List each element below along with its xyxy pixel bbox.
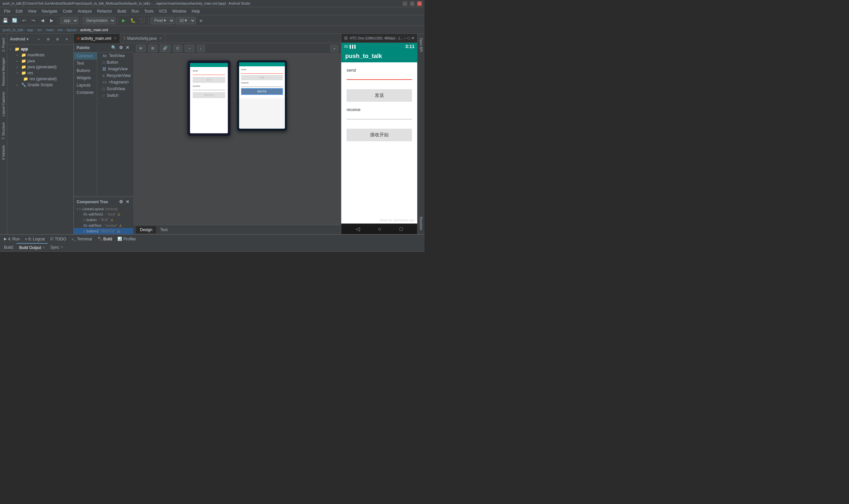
- close-button[interactable]: ✕: [417, 1, 422, 6]
- align-h-button[interactable]: ↔: [185, 45, 194, 52]
- bottom-tab-build-output[interactable]: Build Output ✕: [17, 243, 48, 252]
- minimize-button[interactable]: –: [403, 1, 407, 6]
- sync-close[interactable]: ✕: [61, 245, 64, 249]
- comp-item-linearlayout[interactable]: ▾ □ LinearLayout (vertical): [74, 206, 133, 212]
- design-tab-text[interactable]: Text: [156, 226, 171, 233]
- tree-item-app[interactable]: ▾ 📁 app: [7, 46, 73, 52]
- back-button[interactable]: ◀: [38, 17, 47, 24]
- palette-item-scrollview[interactable]: □ ScrollView: [97, 86, 133, 92]
- device-minimize-button[interactable]: –: [404, 36, 406, 40]
- palette-gear-icon[interactable]: ⚙: [118, 44, 124, 51]
- tool-tab-todo[interactable]: ☑ TODO: [48, 235, 69, 244]
- run-button[interactable]: ▶: [120, 17, 128, 24]
- palette-search-icon[interactable]: 🔍: [110, 44, 118, 51]
- snap-button[interactable]: 🔗: [160, 45, 170, 52]
- sidebar-tab-variants[interactable]: d Variants: [0, 143, 7, 162]
- palette-item-button[interactable]: □ Button: [97, 59, 133, 66]
- menu-item-view[interactable]: View: [25, 8, 39, 14]
- more-design-button[interactable]: »: [330, 45, 338, 52]
- palette-cat-common[interactable]: Common: [74, 52, 97, 60]
- maximize-button[interactable]: □: [410, 1, 415, 6]
- breadcrumb-item-res[interactable]: res: [58, 28, 63, 32]
- breadcrumb-item-src[interactable]: src: [37, 28, 42, 32]
- breadcrumb-item-file[interactable]: activity_main.xml: [80, 28, 108, 32]
- device-send-button[interactable]: 发送: [347, 89, 412, 102]
- sync-button[interactable]: 🔄: [11, 17, 19, 24]
- comp-item-edittext2[interactable]: Ab editText - "receive" ⚠: [74, 223, 133, 228]
- tree-item-java-gen[interactable]: ▸ 📁 java (generated): [7, 64, 73, 70]
- breadcrumb-item-app[interactable]: app: [27, 28, 33, 32]
- menu-item-refactor[interactable]: Refactor: [94, 8, 115, 14]
- palette-item-textview[interactable]: Ab TextView: [97, 52, 133, 59]
- api-select[interactable]: 32▼: [176, 17, 196, 24]
- redo-button[interactable]: ↪: [29, 17, 37, 24]
- comp-tree-close-icon[interactable]: ✕: [124, 199, 131, 205]
- menu-item-run[interactable]: Run: [129, 8, 142, 14]
- palette-item-fragment[interactable]: <> <fragment>: [97, 79, 133, 86]
- menu-item-analyze[interactable]: Analyze: [75, 8, 94, 14]
- device-select[interactable]: Genymotion: [83, 17, 115, 24]
- sync-tree-button[interactable]: ⚙: [44, 35, 52, 43]
- preview-button[interactable]: 👁: [136, 45, 146, 52]
- sidebar-tab-resource[interactable]: Resource Manager: [0, 55, 7, 89]
- breadcrumb-item-project[interactable]: push_to_talk: [3, 28, 23, 32]
- palette-cat-container[interactable]: Container: [74, 89, 97, 96]
- tool-tab-run[interactable]: ▶ 4: Run: [1, 235, 22, 244]
- tool-tab-build[interactable]: 🔨 Build: [95, 235, 115, 244]
- menu-item-edit[interactable]: Edit: [13, 8, 25, 14]
- menu-item-code[interactable]: Code: [60, 8, 75, 14]
- app-config-select[interactable]: app: [60, 17, 78, 24]
- palette-cat-layouts[interactable]: Layouts: [74, 82, 97, 89]
- comp-item-edittext1[interactable]: Ab editText1 - "send" ⚠: [74, 212, 133, 217]
- tab-activity-main-xml[interactable]: ⊕ activity_main.xml ✕: [74, 34, 120, 43]
- menu-item-tools[interactable]: Tools: [142, 8, 156, 14]
- tool-tab-profiler[interactable]: 📊 Profiler: [115, 235, 139, 244]
- palette-cat-widgets[interactable]: Widgets: [74, 74, 97, 82]
- menu-item-navigate[interactable]: Navigate: [39, 8, 60, 14]
- build-output-close[interactable]: ✕: [42, 246, 45, 249]
- design-tab-design[interactable]: Design: [136, 226, 156, 233]
- align-v-button[interactable]: ↕: [197, 45, 205, 52]
- forward-button[interactable]: ▶: [48, 17, 56, 24]
- palette-cat-text[interactable]: Text: [74, 60, 97, 67]
- device-recents-nav[interactable]: □: [400, 226, 403, 232]
- tree-item-res-gen[interactable]: 📁 res (generated): [7, 76, 73, 82]
- design-canvas[interactable]: send 发送 receive 接收开始: [133, 54, 341, 225]
- stop-button[interactable]: ⬛: [138, 17, 146, 24]
- device-back-nav[interactable]: ◁: [356, 226, 360, 232]
- palette-close-icon[interactable]: ✕: [124, 44, 131, 51]
- device-receive-input[interactable]: [347, 113, 412, 119]
- gear-button[interactable]: ⚙: [53, 35, 61, 43]
- tool-tab-terminal[interactable]: >_ Terminal: [69, 235, 95, 244]
- device-home-nav[interactable]: ○: [378, 226, 381, 232]
- tree-item-java[interactable]: ▸ 📁 java: [7, 58, 73, 64]
- tree-item-gradle[interactable]: ▸ 🔧 Gradle Scripts: [7, 82, 73, 88]
- tab-java-close[interactable]: ✕: [159, 36, 162, 40]
- margin-button[interactable]: ⊡: [173, 45, 182, 52]
- comp-item-button2[interactable]: □ button2 "接收开始" ⚠: [74, 228, 133, 234]
- breadcrumb-item-layout[interactable]: layout: [67, 28, 76, 32]
- menu-item-window[interactable]: Window: [169, 8, 189, 14]
- device-maximize-button[interactable]: □: [408, 36, 410, 40]
- device-close-button[interactable]: ✕: [411, 36, 415, 40]
- save-button[interactable]: 💾: [1, 17, 9, 24]
- tree-item-res[interactable]: ▾ 📁 res: [7, 70, 73, 76]
- grid-button[interactable]: ⊞: [148, 45, 157, 52]
- device-send-input[interactable]: [347, 73, 412, 80]
- right-tab-structure[interactable]: Structure: [418, 214, 424, 233]
- sidebar-tab-layout-captures[interactable]: Layout Captures: [0, 89, 7, 119]
- palette-item-imageview[interactable]: 🖼 ImageView: [97, 66, 133, 72]
- menu-item-vcs[interactable]: VCS: [156, 8, 170, 14]
- breadcrumb-item-main[interactable]: main: [46, 28, 54, 32]
- right-tab-openapi[interactable]: Open API: [418, 35, 424, 55]
- tab-main-activity-java[interactable]: C MainActivity.java ✕: [120, 34, 165, 43]
- palette-item-switch[interactable]: ○ Switch: [97, 92, 133, 99]
- debug-button[interactable]: 🐛: [129, 17, 137, 24]
- menu-item-help[interactable]: Help: [189, 8, 203, 14]
- menu-item-file[interactable]: File: [1, 8, 13, 14]
- android-dropdown[interactable]: ▾: [26, 37, 29, 41]
- pixel-select[interactable]: Pixel▼: [150, 17, 175, 24]
- comp-tree-gear-icon[interactable]: ⚙: [118, 199, 124, 205]
- tree-item-manifests[interactable]: ▸ 📁 manifests: [7, 52, 73, 58]
- tab-xml-close[interactable]: ✕: [114, 36, 116, 40]
